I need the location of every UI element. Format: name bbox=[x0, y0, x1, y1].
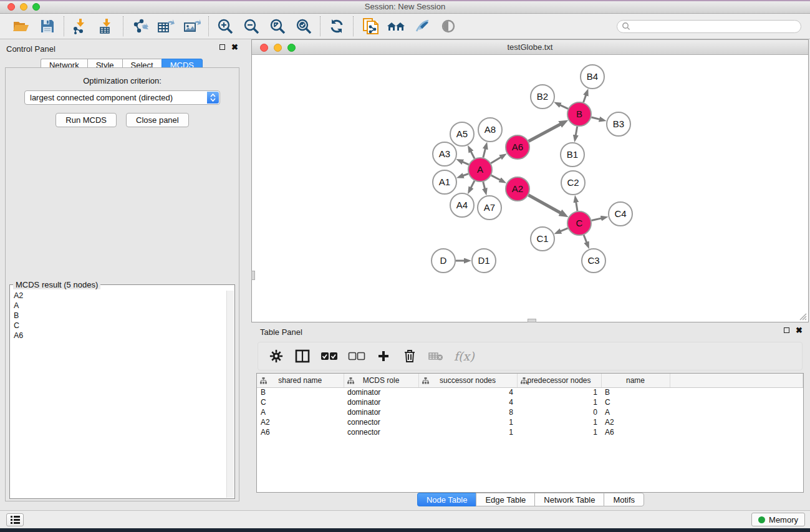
table-cell[interactable]: A2 bbox=[601, 417, 670, 427]
close-panel-icon[interactable]: ✖ bbox=[231, 44, 238, 50]
tab-edge-table[interactable]: Edge Table bbox=[476, 493, 534, 506]
splitter-handle[interactable] bbox=[251, 271, 255, 280]
graph-edge-C-C3[interactable] bbox=[584, 235, 587, 243]
delete-table-button[interactable] bbox=[428, 347, 444, 365]
graph-edge-A-A4[interactable] bbox=[471, 181, 475, 188]
close-panel-button[interactable]: Close panel bbox=[126, 113, 189, 127]
export-network-button[interactable] bbox=[130, 16, 150, 36]
graph-node-C2[interactable]: C2 bbox=[561, 171, 585, 195]
graph-edge-B-B2[interactable] bbox=[560, 105, 568, 109]
table-row[interactable]: A6connector11A6 bbox=[257, 427, 803, 437]
graph-node-C3[interactable]: C3 bbox=[582, 249, 605, 273]
table-cell[interactable]: 1 bbox=[418, 427, 517, 437]
graph-node-B1[interactable]: B1 bbox=[561, 143, 584, 167]
graph-edge-C-C1[interactable] bbox=[561, 228, 568, 231]
select-all-rows-button[interactable] bbox=[321, 347, 338, 365]
column-header[interactable]: successor nodes bbox=[418, 374, 517, 387]
graph-edge-A-A6[interactable] bbox=[491, 157, 501, 163]
graph-edge-A-A8[interactable] bbox=[483, 148, 486, 158]
graph-node-B[interactable]: B bbox=[567, 102, 591, 126]
table-cell[interactable]: A bbox=[601, 407, 670, 417]
float-panel-icon[interactable] bbox=[784, 327, 789, 333]
graph-edge-C-C4[interactable] bbox=[592, 218, 602, 221]
graph-node-B2[interactable]: B2 bbox=[531, 85, 554, 109]
table-cell[interactable]: 1 bbox=[517, 387, 601, 397]
result-list-scrollbar[interactable] bbox=[226, 291, 234, 498]
mcds-result-item[interactable]: A bbox=[11, 301, 226, 311]
table-row[interactable]: Bdominator41B bbox=[257, 387, 803, 397]
float-panel-icon[interactable] bbox=[219, 44, 225, 50]
hide-labels-button[interactable] bbox=[412, 16, 432, 36]
export-table-button[interactable] bbox=[156, 16, 176, 36]
zoom-selected-button[interactable] bbox=[294, 16, 314, 36]
table-cell[interactable]: 8 bbox=[418, 407, 517, 417]
zoom-in-button[interactable] bbox=[215, 16, 235, 36]
graph-node-C4[interactable]: C4 bbox=[609, 202, 632, 226]
mcds-result-list[interactable]: A2ABCA6 bbox=[11, 291, 226, 498]
table-cell[interactable]: A2 bbox=[257, 417, 344, 427]
zoom-out-button[interactable] bbox=[241, 16, 261, 36]
graph-node-A6[interactable]: A6 bbox=[506, 135, 529, 159]
graph-edge-B-B1[interactable] bbox=[576, 127, 577, 136]
show-column-panel-button[interactable] bbox=[294, 347, 311, 365]
delete-columns-button[interactable] bbox=[402, 347, 418, 365]
resize-grip-icon[interactable] bbox=[798, 312, 807, 321]
table-cell[interactable]: dominator bbox=[344, 407, 418, 417]
graph-node-A5[interactable]: A5 bbox=[450, 122, 474, 146]
network-window-titlebar[interactable]: testGlobe.txt bbox=[252, 40, 808, 55]
graph-edge-A-A5[interactable] bbox=[471, 152, 475, 159]
export-image-button[interactable] bbox=[182, 16, 202, 36]
graph-edge-B-B4[interactable] bbox=[584, 95, 586, 102]
table-cell[interactable]: B bbox=[257, 387, 344, 397]
graph-edge-A-A2[interactable] bbox=[491, 175, 501, 180]
mcds-result-item[interactable]: B bbox=[11, 311, 226, 321]
graph-node-A8[interactable]: A8 bbox=[478, 118, 502, 142]
splitter-handle[interactable] bbox=[528, 319, 536, 322]
first-neighbors-button[interactable] bbox=[386, 16, 406, 36]
table-cell[interactable]: 4 bbox=[418, 387, 517, 397]
table-header-row[interactable]: shared nameMCDS rolesuccessor nodesprede… bbox=[257, 374, 803, 387]
tab-network-table[interactable]: Network Table bbox=[534, 493, 604, 506]
graph-edge-A6-B[interactable] bbox=[529, 124, 561, 142]
graph-node-A7[interactable]: A7 bbox=[478, 196, 501, 220]
graph-edge-C-C2[interactable] bbox=[576, 202, 577, 211]
table-cell[interactable]: 1 bbox=[517, 427, 601, 437]
table-cell[interactable]: 4 bbox=[418, 397, 517, 407]
table-cell[interactable]: 1 bbox=[517, 417, 601, 427]
table-cell[interactable]: B bbox=[601, 387, 670, 397]
graph-node-A2[interactable]: A2 bbox=[506, 177, 529, 201]
graph-node-B4[interactable]: B4 bbox=[581, 65, 604, 89]
column-header[interactable]: MCDS role bbox=[344, 374, 418, 387]
graph-node-A3[interactable]: A3 bbox=[433, 142, 456, 166]
memory-button[interactable]: Memory bbox=[751, 513, 805, 526]
criterion-dropdown[interactable]: largest connected component (directed) bbox=[24, 90, 220, 105]
column-header[interactable]: predecessor nodes bbox=[517, 374, 601, 387]
table-row[interactable]: Adominator80A bbox=[257, 407, 803, 417]
search-input[interactable] bbox=[630, 22, 793, 31]
column-header[interactable]: name bbox=[601, 374, 670, 387]
table-cell[interactable]: 1 bbox=[418, 417, 517, 427]
new-network-from-selection-button[interactable] bbox=[360, 16, 380, 36]
graph-edge-A-A3[interactable] bbox=[462, 162, 468, 165]
table-cell[interactable]: connector bbox=[344, 427, 418, 437]
table-cell[interactable]: dominator bbox=[344, 397, 418, 407]
graph-node-D1[interactable]: D1 bbox=[472, 249, 496, 273]
graph-node-C[interactable]: C bbox=[567, 211, 591, 235]
column-header[interactable]: shared name bbox=[257, 374, 344, 387]
zoom-fit-button[interactable] bbox=[268, 16, 287, 36]
create-new-column-button[interactable] bbox=[375, 347, 392, 365]
graph-edge-A-A7[interactable] bbox=[483, 181, 485, 188]
table-cell[interactable]: C bbox=[257, 397, 344, 407]
table-cell[interactable]: 1 bbox=[517, 397, 601, 407]
table-cell[interactable]: dominator bbox=[344, 387, 418, 397]
close-panel-icon[interactable]: ✖ bbox=[796, 327, 803, 333]
graph-edge-B-B3[interactable] bbox=[591, 117, 600, 119]
show-log-button[interactable] bbox=[6, 513, 24, 526]
table-cell[interactable]: 0 bbox=[517, 407, 601, 417]
mcds-result-item[interactable]: A6 bbox=[11, 331, 226, 341]
graph-node-A4[interactable]: A4 bbox=[450, 193, 474, 217]
tab-motifs[interactable]: Motifs bbox=[604, 493, 644, 506]
table-row[interactable]: Cdominator41C bbox=[257, 397, 803, 407]
graph-node-A1[interactable]: A1 bbox=[433, 170, 456, 194]
graph-node-C1[interactable]: C1 bbox=[531, 227, 554, 251]
